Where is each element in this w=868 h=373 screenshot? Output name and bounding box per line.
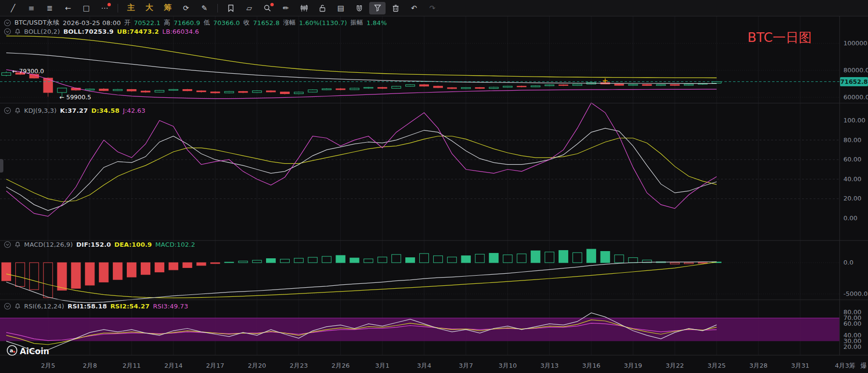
panel-drag-handle[interactable] bbox=[0, 159, 3, 173]
kdj-row-value: D:34.58 bbox=[91, 107, 120, 114]
macd-bar bbox=[225, 262, 234, 263]
price-axis-label: 60000.0 bbox=[843, 93, 868, 101]
macd-bar bbox=[420, 253, 429, 263]
macd-bar bbox=[322, 256, 331, 263]
macd-bar bbox=[197, 263, 206, 266]
x-axis-label: 3月25 bbox=[708, 362, 726, 369]
x-axis-label: 3月10 bbox=[498, 362, 517, 369]
candle bbox=[642, 84, 652, 85]
kdj-row-value: J:42.63 bbox=[123, 107, 146, 114]
alert-bell-icon[interactable] bbox=[14, 28, 21, 35]
macd-bar bbox=[433, 256, 442, 263]
x-axis-label: 2月17 bbox=[206, 362, 225, 369]
chart-canvas[interactable]: 100000.080000.060000.071652.8← 79300.0← … bbox=[0, 0, 868, 373]
aicoin-logo-icon: a bbox=[7, 345, 17, 358]
candle bbox=[392, 86, 401, 88]
candle bbox=[628, 84, 638, 85]
macd-bar bbox=[29, 263, 39, 290]
macd-bar bbox=[531, 251, 540, 263]
price-axis-label: 80000.0 bbox=[843, 67, 868, 74]
macd-bar bbox=[475, 254, 484, 263]
candle bbox=[253, 91, 262, 93]
ohlc-row-value: 2026-03-25 08:00 bbox=[63, 19, 120, 27]
candle bbox=[364, 87, 373, 88]
kdj-row: KDJ(9,3,3)K:37.27D:34.58J:42.63 bbox=[4, 107, 146, 114]
candle bbox=[2, 73, 11, 76]
rsi-row-value: RSI3:49.73 bbox=[153, 303, 188, 310]
x-axis-label: 2月11 bbox=[122, 362, 141, 369]
x-axis-label: 2月5 bbox=[41, 362, 55, 369]
ohlc-row-value[interactable]: BTC/USDT永续 bbox=[14, 18, 59, 27]
macd-bar bbox=[378, 257, 387, 263]
collapse-chevron-icon[interactable] bbox=[4, 303, 11, 310]
price-annotation[interactable]: ← 59900.5 bbox=[59, 93, 91, 101]
macd-row: MACD(12,26,9)DIF:152.0DEA:100.9MACD:102.… bbox=[4, 241, 195, 248]
x-axis-label: 3月31 bbox=[791, 362, 809, 369]
rsi-row-value[interactable]: RSI(6,12,24) bbox=[24, 303, 64, 310]
macd-bar bbox=[308, 257, 317, 263]
macd-bar bbox=[601, 252, 610, 263]
macd-bar bbox=[587, 249, 596, 263]
macd-bar bbox=[15, 263, 25, 286]
candle bbox=[267, 91, 276, 92]
candle bbox=[99, 89, 108, 91]
collapse-chevron-icon[interactable] bbox=[4, 107, 11, 114]
macd-bar bbox=[559, 251, 568, 263]
candle bbox=[531, 86, 540, 87]
candle bbox=[545, 85, 554, 86]
candle bbox=[614, 84, 624, 85]
kdj-axis-label: 40.00 bbox=[843, 175, 861, 183]
macd-bar bbox=[350, 258, 359, 263]
macd-bar bbox=[670, 263, 680, 264]
x-axis-label: 4月3 bbox=[835, 362, 849, 369]
trading-terminal: 100000.080000.060000.071652.8← 79300.0← … bbox=[0, 0, 868, 373]
kdj-row-value: K:37.27 bbox=[60, 107, 88, 114]
macd-bar bbox=[392, 254, 401, 263]
x-axis-label: 2月20 bbox=[248, 362, 266, 369]
macd-row-value[interactable]: MACD(12,26,9) bbox=[24, 241, 73, 248]
x-axis-label: 3月1 bbox=[375, 362, 390, 369]
x-axis-label: 3月19 bbox=[624, 362, 642, 369]
collapse-chevron-icon[interactable] bbox=[4, 19, 11, 27]
macd-bar bbox=[141, 263, 150, 275]
kdj-axis-label: 20.00 bbox=[843, 195, 861, 202]
macd-bar bbox=[684, 263, 694, 264]
price-annotation[interactable]: ← 79300.0 bbox=[12, 67, 44, 75]
kdj-axis-label: 60.00 bbox=[843, 156, 861, 163]
macd-bar bbox=[239, 261, 248, 263]
alert-bell-icon[interactable] bbox=[14, 303, 21, 309]
candle bbox=[239, 92, 248, 93]
candle bbox=[503, 86, 512, 87]
candle bbox=[656, 84, 666, 85]
macd-bar bbox=[489, 253, 498, 263]
candle bbox=[183, 90, 192, 91]
boll-row-value[interactable]: BOLL(20,2) bbox=[24, 28, 60, 35]
macd-row-value: MACD:102.2 bbox=[155, 241, 195, 248]
candle bbox=[197, 91, 206, 92]
ohlc-row-value: 涨幅 bbox=[283, 18, 295, 27]
collapse-chevron-icon[interactable] bbox=[4, 28, 11, 35]
alert-bell-icon[interactable] bbox=[14, 241, 21, 248]
candle bbox=[406, 85, 415, 86]
macd-bar bbox=[85, 263, 94, 285]
alert-bell-icon[interactable] bbox=[14, 107, 21, 114]
candle bbox=[57, 88, 67, 93]
candle bbox=[517, 86, 526, 87]
rsi-axis-label: 20.00 bbox=[843, 343, 861, 350]
candle bbox=[684, 84, 694, 85]
collapse-chevron-icon[interactable] bbox=[4, 241, 11, 248]
rsi-row: RSI(6,12,24)RSI1:58.18RSI2:54.27RSI3:49.… bbox=[4, 303, 188, 310]
bottom-chip-liquidation[interactable]: 爆 bbox=[861, 362, 867, 369]
rsi-row-value: RSI1:58.18 bbox=[67, 303, 107, 310]
kdj-row-value[interactable]: KDJ(9,3,3) bbox=[24, 107, 57, 114]
macd-bar bbox=[183, 263, 192, 267]
boll-row-value: UB:74473.2 bbox=[117, 28, 159, 35]
macd-bar bbox=[169, 263, 178, 270]
candle bbox=[489, 87, 498, 89]
bottom-chip-chips[interactable]: 筹 bbox=[849, 362, 855, 369]
candle bbox=[225, 92, 234, 93]
ohlc-row-value: 收 bbox=[243, 18, 250, 27]
chart-title-annotation[interactable]: BTC一日图 bbox=[748, 29, 812, 46]
macd-row-value: DEA:100.9 bbox=[114, 241, 152, 248]
macd-bar bbox=[99, 263, 108, 282]
